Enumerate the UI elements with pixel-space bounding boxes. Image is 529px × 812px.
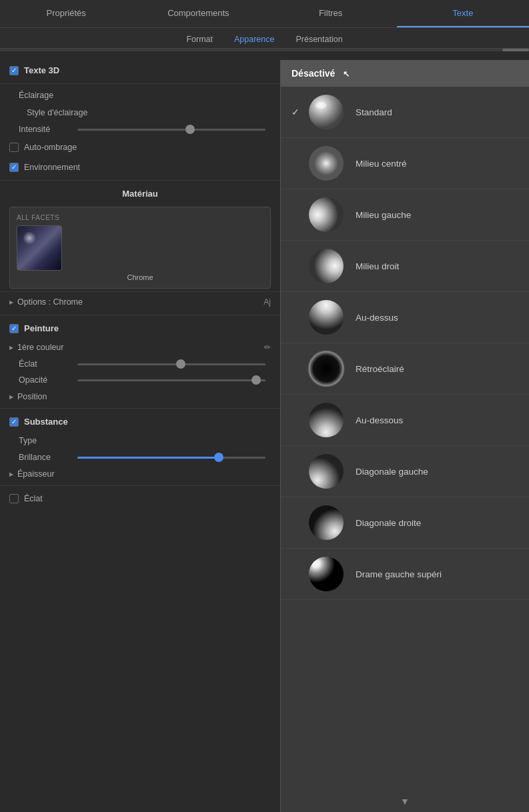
environnement-checkbox[interactable]: ✓ xyxy=(9,163,19,172)
eclairage-label: Éclairage xyxy=(19,91,53,100)
brillance-slider[interactable] xyxy=(77,457,266,459)
intensite-thumb[interactable] xyxy=(185,125,195,134)
type-row: Type xyxy=(0,432,280,449)
peinture-row[interactable]: ✓ Peinture xyxy=(0,318,280,339)
subtab-presentation[interactable]: Présentation xyxy=(293,33,345,45)
substance-row[interactable]: ✓ Substance xyxy=(0,411,280,432)
dropdown-item-au-dessus[interactable]: Au-dessus xyxy=(281,292,529,343)
subtab-apparence[interactable]: Apparence xyxy=(231,33,277,45)
dropdown-header-label: Désactivé xyxy=(292,68,335,79)
sphere-milieu-droit xyxy=(308,247,345,285)
diagonale-droite-label: Diagonale droite xyxy=(356,518,421,528)
milieu-droit-label: Milieu droit xyxy=(356,261,399,271)
dropdown-item-diagonale-gauche[interactable]: Diagonale gauche xyxy=(281,446,529,497)
au-dessus-label: Au-dessus xyxy=(356,313,398,323)
tab-filtres[interactable]: Filtres xyxy=(265,0,397,27)
substance-checkbox[interactable]: ✓ xyxy=(9,417,19,427)
premiere-couleur-label: 1ère couleur xyxy=(17,343,64,352)
subtab-format[interactable]: Format xyxy=(183,33,215,45)
dropdown-header[interactable]: Désactivé ↖ xyxy=(281,60,529,87)
environnement-row[interactable]: ✓ Environnement xyxy=(0,157,280,177)
dropdown-scroll-down[interactable]: ▼ xyxy=(281,796,529,807)
svg-point-3 xyxy=(314,151,338,175)
texte3d-label: Texte 3D xyxy=(24,65,59,75)
sphere-milieu-centre xyxy=(308,145,345,182)
auto-ombrage-checkbox[interactable] xyxy=(9,143,19,152)
eclat-slider-label: Éclat xyxy=(19,359,72,369)
dropdown-item-milieu-centre[interactable]: Milieu centré xyxy=(281,138,529,189)
dropdown-item-standard[interactable]: ✓ Standard xyxy=(281,87,529,138)
scrollbar-track xyxy=(0,49,529,51)
dropdown-item-au-dessous[interactable]: Au-dessous xyxy=(281,395,529,446)
sphere-diagonale-gauche xyxy=(308,453,345,490)
eclat-bottom-label: Éclat xyxy=(24,494,43,503)
left-panel: ✓ Texte 3D Éclairage Style d'éclairage I… xyxy=(0,60,280,812)
divider-5 xyxy=(0,485,280,486)
style-eclairage-row: Style d'éclairage xyxy=(0,104,280,121)
milieu-gauche-label: Milieu gauche xyxy=(356,210,411,220)
eclat-thumb[interactable] xyxy=(176,359,185,369)
brillance-thumb[interactable] xyxy=(214,453,223,462)
diagonale-gauche-label: Diagonale gauche xyxy=(356,467,428,477)
sphere-au-dessus xyxy=(308,299,345,336)
material-chrome-name: Chrome xyxy=(17,273,263,281)
opacite-slider-row: Opacité xyxy=(0,372,280,388)
svg-point-12 xyxy=(309,557,344,591)
eclat-bottom-row[interactable]: Éclat xyxy=(0,489,280,509)
intensite-row: Intensité xyxy=(0,121,280,137)
tab-proprietes[interactable]: Propriétés xyxy=(0,0,132,27)
intensite-slider[interactable] xyxy=(77,129,266,131)
milieu-centre-label: Milieu centré xyxy=(356,159,407,169)
dropdown-item-milieu-gauche[interactable]: Milieu gauche xyxy=(281,189,529,241)
materiau-header: Matériau xyxy=(0,183,280,204)
auto-ombrage-row[interactable]: Auto-ombrage xyxy=(0,137,280,157)
svg-point-9 xyxy=(309,403,344,437)
auto-ombrage-label: Auto-ombrage xyxy=(24,143,77,152)
opacite-thumb[interactable] xyxy=(251,375,261,385)
substance-label: Substance xyxy=(24,417,68,427)
epaisseur-row[interactable]: ▶ Épaisseur xyxy=(0,465,280,483)
pencil-icon[interactable]: ✏ xyxy=(264,343,271,352)
material-box[interactable]: ALL FACETS Chrome xyxy=(9,207,271,289)
substance-checkmark-icon: ✓ xyxy=(11,419,17,425)
environnement-label: Environnement xyxy=(24,163,80,172)
epaisseur-label: Épaisseur xyxy=(17,469,55,479)
all-facets-label: ALL FACETS xyxy=(17,214,263,221)
standard-label: Standard xyxy=(356,107,392,117)
svg-point-0 xyxy=(309,95,344,129)
dropdown-item-diagonale-droite[interactable]: Diagonale droite xyxy=(281,497,529,549)
dropdown-item-drame-gauche[interactable]: Drame gauche supéri xyxy=(281,549,529,600)
options-row[interactable]: ▶ Options : Chrome Aj xyxy=(0,291,280,312)
dropdown-item-milieu-droit[interactable]: Milieu droit xyxy=(281,241,529,292)
dropdown-item-retroeclaire[interactable]: Rétroéclairé xyxy=(281,343,529,395)
svg-point-5 xyxy=(309,249,344,283)
brillance-slider-row: Brillance xyxy=(0,449,280,465)
env-checkmark-icon: ✓ xyxy=(11,164,17,171)
type-label: Type xyxy=(19,436,37,445)
premiere-couleur-row[interactable]: ▶ 1ère couleur ✏ xyxy=(0,339,280,356)
sphere-standard xyxy=(308,93,345,131)
svg-point-4 xyxy=(309,197,344,232)
eclat-slider-row: Éclat xyxy=(0,356,280,372)
sphere-drame-gauche xyxy=(308,555,345,593)
scrollbar-thumb[interactable] xyxy=(502,49,529,51)
position-row[interactable]: ▶ Position xyxy=(0,388,280,405)
tab-texte[interactable]: Texte xyxy=(397,0,529,27)
eclat-bottom-checkbox[interactable] xyxy=(9,494,19,503)
material-thumbnail[interactable] xyxy=(17,225,62,271)
tab-comportements[interactable]: Comportements xyxy=(132,0,264,27)
svg-point-10 xyxy=(309,454,344,489)
au-dessous-label: Au-dessous xyxy=(356,415,403,425)
eclat-slider[interactable] xyxy=(77,363,266,365)
opacite-slider[interactable] xyxy=(77,379,266,381)
drame-gauche-label: Drame gauche supéri xyxy=(356,569,442,579)
premiere-couleur-triangle: ▶ xyxy=(9,345,13,351)
peinture-checkbox[interactable]: ✓ xyxy=(9,324,19,333)
texte3d-checkbox[interactable]: ✓ xyxy=(9,66,19,75)
dropdown-panel: Désactivé ↖ ✓ Standard xyxy=(280,60,529,812)
standard-checkmark: ✓ xyxy=(292,107,302,117)
svg-point-11 xyxy=(309,505,344,540)
intensite-label: Intensité xyxy=(19,125,72,134)
divider-3 xyxy=(0,315,280,315)
texte3d-row[interactable]: ✓ Texte 3D xyxy=(0,60,280,81)
